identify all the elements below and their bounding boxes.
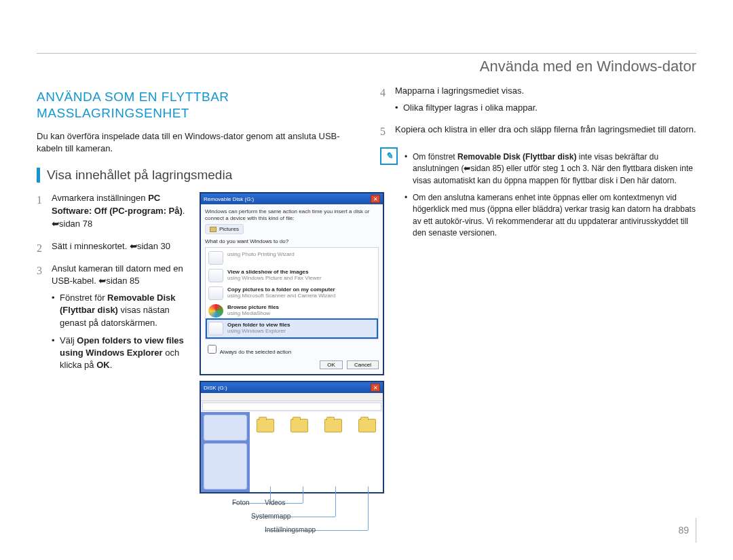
step-3-bullet-2: Välj Open folders to view files using Wi…: [52, 335, 193, 372]
explorer-toolbar: [201, 393, 383, 401]
subheading: Visa innehållet på lagringsmedia: [37, 168, 353, 183]
folder-item[interactable]: [322, 419, 345, 434]
page-divider: [696, 518, 696, 542]
dialog-title: Removable Disk (G:): [204, 196, 371, 202]
callout-foton: Foton: [232, 499, 250, 506]
option-browse-pictures[interactable]: Browse picture filesusing MediaShow: [207, 302, 377, 320]
note-box: ✎ Om fönstret Removable Disk (Flyttbar d…: [380, 147, 696, 245]
note-icon: ✎: [380, 147, 398, 165]
always-checkbox-row[interactable]: Always do the selected action: [205, 343, 379, 356]
slideshow-icon: [208, 269, 223, 282]
option-copy-pictures[interactable]: Copy pictures to a folder on my computer…: [207, 284, 377, 302]
file-pane: [250, 412, 383, 492]
folder-icon: [324, 419, 342, 432]
explorer-window: DISK (G:) ✕: [200, 381, 384, 493]
dialog-question: What do you want Windows to do?: [205, 238, 379, 244]
callout-videos: Videos: [265, 499, 285, 506]
step-4: Mapparna i lagringsmediet visas. Olika f…: [380, 85, 696, 114]
sidebar-panel: [204, 443, 247, 489]
option-slideshow[interactable]: View a slideshow of the imagesusing Wind…: [207, 267, 377, 284]
close-icon[interactable]: ✕: [371, 195, 380, 203]
chapter-title: Använda med en Windows-dator: [37, 58, 696, 75]
mediashow-icon: [208, 304, 223, 318]
arrow-icon: ➥: [130, 240, 137, 253]
arrow-icon: ➥: [52, 218, 59, 231]
explorer-title: DISK (G:): [204, 385, 371, 391]
address-bar[interactable]: [202, 403, 381, 411]
section-heading: ANVÄNDA SOM EN FLYTTBAR MASSLAGRINGSENHE…: [37, 89, 353, 122]
close-icon[interactable]: ✕: [371, 384, 380, 392]
wizard-icon: [208, 251, 223, 265]
step-5: Kopiera och klistra in eller dra och slä…: [380, 124, 696, 136]
intro-text: Du kan överföra inspelade data till en W…: [37, 130, 353, 156]
removable-disk-dialog: Removable Disk (G:) ✕ Windows can perfor…: [200, 192, 384, 375]
dialog-hint: Windows can perform the same action each…: [205, 208, 379, 221]
option-photo-printing[interactable]: using Photo Printing Wizard: [207, 249, 377, 267]
page-number: 89: [678, 525, 689, 536]
folder-item[interactable]: [254, 419, 277, 434]
arrow-icon: ➥: [464, 163, 470, 174]
explorer-sidebar: [201, 412, 250, 492]
callout-installningsmapp: Inställningsmapp: [265, 526, 316, 534]
sidebar-panel: [204, 415, 247, 441]
folder-item[interactable]: [356, 419, 379, 434]
folder-icon: [290, 419, 308, 432]
picture-icon: [210, 227, 217, 232]
step-3-bullet-1: Fönstret för Removable Disk (Flyttbar di…: [52, 292, 193, 329]
pictures-chip: Pictures: [205, 224, 244, 234]
arrow-icon: ➥: [98, 275, 106, 288]
ok-button[interactable]: OK: [320, 360, 343, 369]
folder-item[interactable]: [288, 419, 311, 434]
step-4-bullet: Olika filtyper lagras i olika mappar.: [395, 102, 696, 114]
option-open-folder[interactable]: Open folder to view filesusing Windows E…: [207, 320, 377, 337]
folder-icon: [257, 419, 274, 432]
always-checkbox[interactable]: [208, 345, 217, 354]
note-bullet-1: Om fönstret Removable Disk (Flyttbar dis…: [405, 151, 696, 187]
scanner-icon: [208, 286, 223, 300]
step-1: Avmarkera inställningen PC Software: Off…: [37, 192, 193, 231]
note-bullet-2: Om den anslutna kamerans enhet inte öppn…: [405, 192, 696, 240]
callout-systemmapp: Systemmapp: [251, 512, 290, 520]
step-3: Anslut kameran till datorn med en USB-ka…: [37, 263, 193, 372]
folder-open-icon: [208, 322, 223, 335]
callouts: Foton Videos Systemmapp Inställningsmapp: [200, 499, 384, 557]
cancel-button[interactable]: Cancel: [347, 360, 379, 369]
folder-icon: [358, 419, 376, 432]
step-2: Sätt i minneskortet. ➥sidan 30: [37, 240, 193, 253]
